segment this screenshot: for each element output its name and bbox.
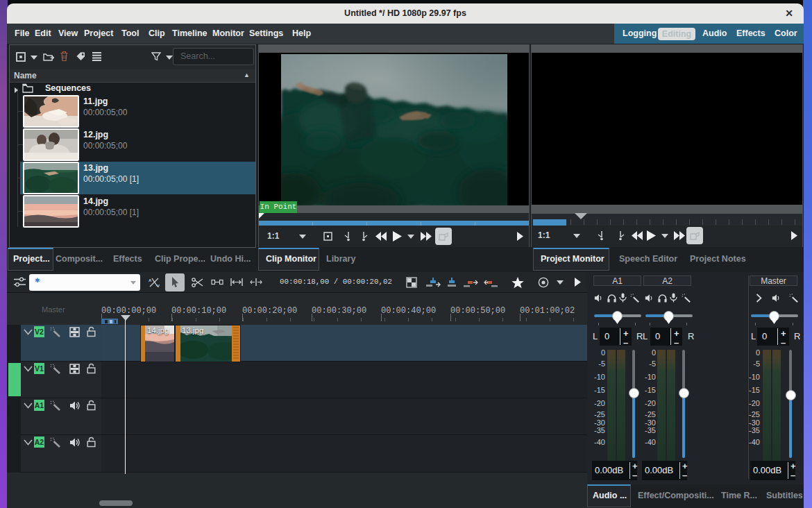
svg-text:A: A (149, 278, 152, 282)
svg-text:V: V (157, 284, 160, 288)
